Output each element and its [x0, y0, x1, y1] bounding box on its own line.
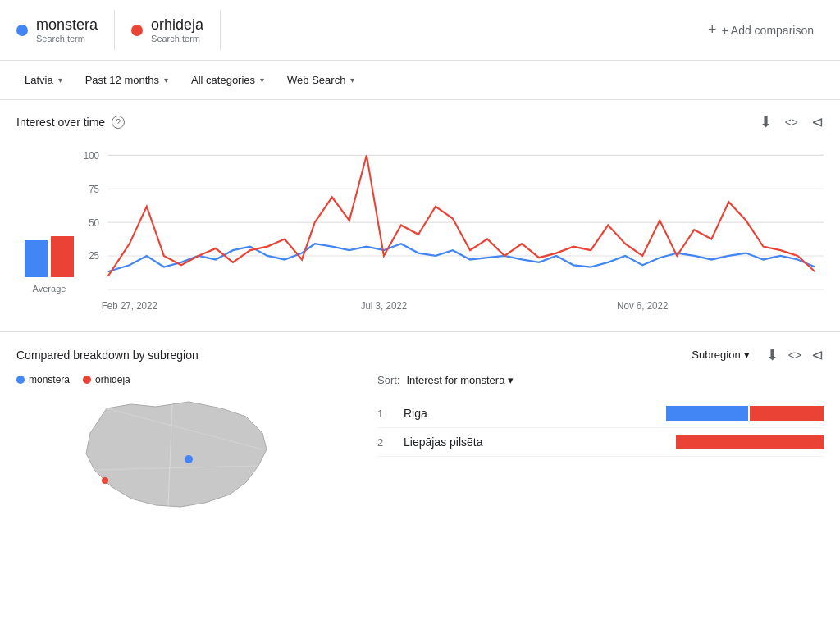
monstera-term-label: Search term [36, 34, 98, 43]
share-icon[interactable]: ⊲ [811, 113, 824, 131]
category-chevron-icon: ▾ [260, 75, 264, 84]
orhideja-term-name: orhideja [151, 16, 203, 34]
liepaja-bars [676, 435, 824, 449]
subregion-chevron-icon: ▾ [744, 349, 750, 361]
section-actions: ⬇ <> ⊲ [760, 113, 824, 131]
legend-orhideja: orhideja [83, 374, 130, 385]
riga-bar-blue [666, 406, 748, 421]
chart-svg: 100 75 50 25 Feb 27, 2022 Jul 3, 2022 No… [82, 146, 824, 318]
liepaja-bar-red [676, 435, 824, 449]
riga-map-dot [185, 455, 193, 463]
time-label: Past 12 months [85, 74, 159, 86]
interest-over-time-section: Interest over time ? ⬇ <> ⊲ Average [0, 100, 840, 332]
orhideja-legend-dot [83, 376, 91, 384]
legend-monstera: monstera [16, 374, 70, 385]
time-chevron-icon: ▾ [164, 75, 168, 84]
svg-text:Feb 27, 2022: Feb 27, 2022 [102, 299, 158, 312]
type-label: Web Search [287, 74, 345, 86]
rank-num-2: 2 [377, 436, 394, 449]
map-legend: monstera orhideja [16, 374, 361, 385]
subregion-section: Compared breakdown by subregion Subregio… [0, 332, 840, 532]
add-comparison-label: + Add comparison [722, 24, 814, 37]
subregion-dropdown-label: Subregion [692, 349, 740, 361]
search-terms-bar: monstera Search term orhideja Search ter… [0, 0, 840, 61]
subregion-body: monstera orhideja [16, 374, 824, 519]
sort-row: Sort: Interest for monstera ▾ [377, 374, 824, 386]
svg-text:100: 100 [84, 149, 100, 162]
orhideja-dot [131, 25, 143, 36]
region-chevron-icon: ▾ [58, 75, 62, 84]
legend-bars [25, 236, 74, 277]
filter-bar: Latvia ▾ Past 12 months ▾ All categories… [0, 61, 840, 100]
svg-text:Jul 3, 2022: Jul 3, 2022 [361, 299, 408, 312]
sort-value-button[interactable]: Interest for monstera ▾ [406, 374, 514, 386]
sort-chevron-icon: ▾ [508, 374, 514, 386]
latvia-map-svg [57, 392, 287, 519]
rank-row-riga: 1 Riga [377, 399, 824, 428]
chart-legend-left: Average [16, 236, 82, 318]
subregion-embed-icon[interactable]: <> [788, 349, 801, 362]
category-label: All categories [191, 74, 255, 86]
subregion-controls: Subregion ▾ ⬇ <> ⊲ [685, 345, 824, 364]
subregion-download-icon[interactable]: ⬇ [766, 346, 778, 364]
svg-text:50: 50 [89, 217, 99, 229]
monstera-legend-label: monstera [29, 374, 70, 385]
subregion-header: Compared breakdown by subregion Subregio… [16, 345, 824, 364]
legend-bar-red [51, 236, 74, 277]
embed-icon[interactable]: <> [785, 116, 798, 129]
add-comparison-button[interactable]: + + Add comparison [698, 15, 824, 45]
rank-row-liepaja: 2 Liepājas pilsēta [377, 428, 824, 457]
rankings-area: Sort: Interest for monstera ▾ 1 Riga 2 L… [377, 374, 824, 519]
sort-label: Sort: [377, 374, 399, 386]
map-container [57, 392, 287, 519]
rank-name-riga: Riga [404, 407, 656, 420]
svg-text:75: 75 [89, 183, 99, 195]
map-area: monstera orhideja [16, 374, 361, 519]
subregion-title: Compared breakdown by subregion [16, 349, 199, 362]
help-icon[interactable]: ? [112, 116, 125, 129]
plus-icon: + [708, 21, 717, 39]
download-icon[interactable]: ⬇ [760, 113, 772, 131]
orhideja-legend-label: orhideja [95, 374, 130, 385]
search-term-monstera: monstera Search term [16, 10, 115, 50]
type-chevron-icon: ▾ [350, 75, 354, 84]
riga-bars [666, 406, 824, 421]
monstera-term-name: monstera [36, 16, 98, 34]
legend-avg-label: Average [33, 284, 66, 294]
chart-container: Average 100 75 50 25 Feb 27, 2022 [16, 138, 824, 318]
orhideja-term-label: Search term [151, 34, 203, 43]
time-filter[interactable]: Past 12 months ▾ [77, 69, 176, 91]
riga-bar-red [750, 406, 824, 421]
svg-text:Nov 6, 2022: Nov 6, 2022 [617, 299, 669, 312]
region-filter[interactable]: Latvia ▾ [16, 69, 71, 91]
subregion-dropdown[interactable]: Subregion ▾ [685, 345, 756, 364]
rank-num-1: 1 [377, 408, 394, 420]
region-label: Latvia [25, 74, 53, 86]
liepaja-map-dot [102, 477, 108, 484]
subregion-share-icon[interactable]: ⊲ [811, 346, 824, 364]
chart-main: 100 75 50 25 Feb 27, 2022 Jul 3, 2022 No… [82, 146, 824, 318]
svg-text:25: 25 [89, 250, 99, 262]
category-filter[interactable]: All categories ▾ [183, 69, 272, 91]
interest-section-header: Interest over time ? ⬇ <> ⊲ [16, 113, 824, 131]
monstera-dot [16, 25, 28, 36]
legend-bar-blue [25, 240, 48, 277]
type-filter[interactable]: Web Search ▾ [279, 69, 363, 91]
search-term-orhideja: orhideja Search term [131, 10, 221, 50]
sort-value-label: Interest for monstera [406, 374, 504, 386]
monstera-legend-dot [16, 376, 25, 384]
interest-section-title: Interest over time ? [16, 116, 125, 129]
rank-name-liepaja: Liepājas pilsēta [404, 435, 666, 449]
